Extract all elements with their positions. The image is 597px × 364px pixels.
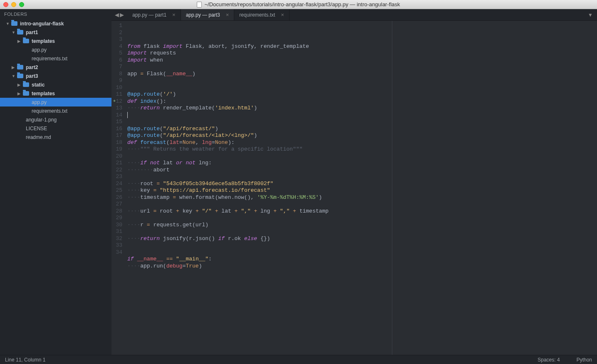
code-line[interactable]	[127, 119, 597, 126]
code-line[interactable]: app = Flask(__name__)	[127, 71, 597, 78]
disclosure-arrow-icon[interactable]: ▶	[17, 39, 22, 43]
close-icon[interactable]: ×	[172, 12, 176, 18]
editor[interactable]: 123456789101112+131415161718192021222324…	[111, 21, 597, 355]
close-button[interactable]	[3, 2, 8, 7]
nav-back-icon[interactable]: ◀	[115, 12, 119, 18]
code-line[interactable]	[127, 173, 597, 181]
window-title: ~/Documents/repos/tutorials/intro-angula…	[0, 1, 597, 7]
statusbar[interactable]: Line 11, Column 1 Spaces: 4 Python	[0, 355, 597, 364]
file-row[interactable]: LICENSE	[0, 124, 111, 133]
tab[interactable]: app.py — part1×	[127, 9, 181, 20]
code-line[interactable]: ····url = root + key + "/" + lat + "," +…	[127, 208, 597, 215]
cursor-position[interactable]: Line 11, Column 1	[5, 357, 45, 363]
code-line[interactable]: ····return render_template('index.html')	[127, 105, 597, 112]
line-gutter[interactable]: 123456789101112+131415161718192021222324…	[111, 21, 126, 355]
file-row[interactable]: angular-1.png	[0, 115, 111, 124]
file-row[interactable]: app.py	[0, 98, 111, 106]
zoom-button[interactable]	[19, 2, 24, 7]
folder-row[interactable]: ▶templates	[0, 89, 111, 98]
disclosure-arrow-icon[interactable]: ▶	[17, 92, 22, 96]
code-line[interactable]: ········abort	[127, 167, 597, 174]
tab-overflow-button[interactable]: ▼	[584, 9, 597, 20]
disclosure-arrow-icon[interactable]: ▼	[6, 22, 10, 26]
code-line[interactable]: ····r = requests.get(url)	[127, 222, 597, 229]
code-line[interactable]: def forecast(lat=None, lng=None):	[127, 139, 597, 146]
tabbar[interactable]: ◀ ▶ app.py — part1×app.py — part3×requir…	[111, 9, 597, 21]
code-line[interactable]	[127, 84, 597, 92]
tab-label: requirements.txt	[239, 12, 275, 18]
tree-item-label: part3	[26, 73, 38, 79]
file-row[interactable]: requirements.txt	[0, 106, 111, 115]
code-line[interactable]	[127, 201, 597, 208]
code-line[interactable]	[127, 228, 597, 235]
code-line[interactable]	[127, 153, 597, 160]
code-line[interactable]	[127, 270, 597, 277]
folder-row[interactable]: ▼part3	[0, 72, 111, 80]
folder-row[interactable]: ▼part1	[0, 28, 111, 37]
code-line[interactable]: from flask import Flask, abort, jsonify,…	[127, 43, 597, 50]
folder-row[interactable]: ▶templates	[0, 37, 111, 45]
code-line[interactable]: @app.route('/')	[127, 91, 597, 98]
folder-icon	[17, 64, 23, 70]
code-line[interactable]	[127, 249, 597, 256]
file-icon	[197, 2, 202, 7]
code-line[interactable]	[127, 242, 597, 249]
folder-row[interactable]: ▼intro-angular-flask	[0, 19, 111, 28]
folder-row[interactable]: ▶static	[0, 80, 111, 89]
code-line[interactable]: @app.route("/api/forecast/<lat>/<lng>/")	[127, 132, 597, 139]
tree-item-label: app.py	[32, 47, 47, 53]
disclosure-arrow-icon[interactable]: ▼	[12, 74, 16, 78]
tree-item-label: static	[32, 82, 45, 88]
code-line[interactable]	[127, 215, 597, 222]
code-line[interactable]: ····""" Returns the weather for a specif…	[127, 146, 597, 153]
tab[interactable]: app.py — part3×	[181, 9, 235, 20]
file-row[interactable]: requirements.txt	[0, 54, 111, 63]
code-line[interactable]	[127, 112, 597, 119]
code-line[interactable]: ····return jsonify(r.json() if r.ok else…	[127, 235, 597, 243]
folder-icon	[22, 82, 29, 88]
folder-tree[interactable]: ▼intro-angular-flask▼part1▶templatesapp.…	[0, 19, 111, 141]
code-line[interactable]: def index():	[127, 98, 597, 105]
tree-item-label: part2	[26, 64, 38, 70]
tree-item-label: requirements.txt	[32, 56, 67, 62]
folder-icon	[17, 73, 23, 79]
tab[interactable]: requirements.txt×	[234, 9, 290, 20]
tree-item-label: intro-angular-flask	[20, 21, 64, 27]
code-line[interactable]: import when	[127, 57, 597, 64]
code-line[interactable]: import requests	[127, 50, 597, 57]
code-line[interactable]	[127, 64, 597, 71]
close-icon[interactable]: ×	[281, 12, 284, 18]
tree-item-label: angular-1.png	[26, 117, 57, 123]
tab-history-nav: ◀ ▶	[111, 9, 127, 20]
code-area[interactable]: from flask import Flask, abort, jsonify,…	[126, 21, 597, 355]
code-line[interactable]: ····key = "https://api.forecast.io/forec…	[127, 187, 597, 194]
code-line[interactable]: ····app.run(debug=True)	[127, 263, 597, 270]
editor-pane: ◀ ▶ app.py — part1×app.py — part3×requir…	[111, 9, 597, 355]
tree-item-label: readme.md	[26, 134, 51, 140]
tree-item-label: LICENSE	[26, 126, 47, 131]
disclosure-arrow-icon[interactable]: ▶	[17, 83, 22, 87]
tab-label: app.py — part1	[132, 12, 166, 18]
nav-forward-icon[interactable]: ▶	[120, 12, 124, 18]
tree-item-label: templates	[32, 91, 55, 97]
file-row[interactable]: readme.md	[0, 133, 111, 141]
disclosure-arrow-icon[interactable]: ▶	[12, 65, 16, 69]
code-line[interactable]: ····timestamp = when.format(when.now(), …	[127, 194, 597, 201]
code-line[interactable]: @app.route("/api/forecast/")	[127, 126, 597, 133]
minimize-button[interactable]	[11, 2, 16, 7]
code-line[interactable]: if __name__ == "__main__":	[127, 256, 597, 263]
code-line[interactable]	[127, 77, 597, 84]
close-icon[interactable]: ×	[226, 12, 229, 18]
syntax-setting[interactable]: Python	[577, 357, 592, 363]
titlebar[interactable]: ~/Documents/repos/tutorials/intro-angula…	[0, 0, 597, 9]
ruler	[392, 21, 392, 355]
code-line[interactable]: ····root = "543c0f05cb394d6ece5a8b5fb3f8…	[127, 181, 597, 188]
window-controls	[3, 2, 24, 7]
file-row[interactable]: app.py	[0, 45, 111, 54]
indent-setting[interactable]: Spaces: 4	[538, 357, 560, 363]
code-line[interactable]: ····if not lat or not lng:	[127, 160, 597, 167]
sidebar[interactable]: FOLDERS ▼intro-angular-flask▼part1▶templ…	[0, 9, 111, 355]
folder-row[interactable]: ▶part2	[0, 63, 111, 72]
gutter-mark-icon: +	[111, 98, 116, 105]
disclosure-arrow-icon[interactable]: ▼	[12, 30, 16, 35]
